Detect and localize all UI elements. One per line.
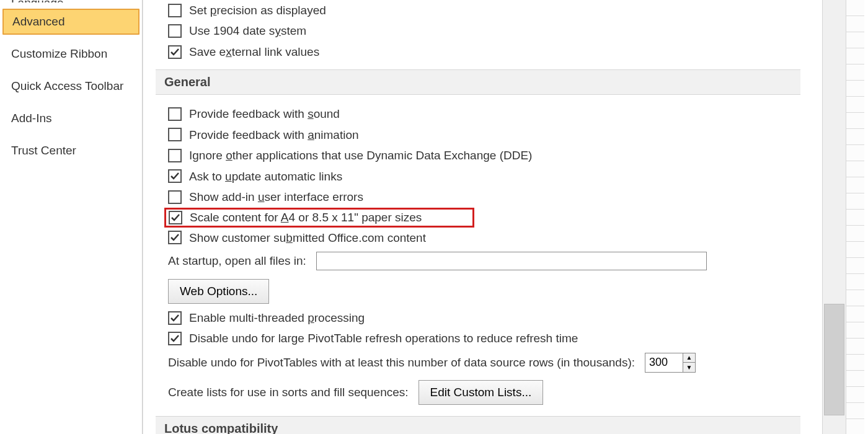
option-disable-undo-pivot[interactable]: Disable undo for large PivotTable refres…	[156, 328, 822, 348]
dialog-scrollbar[interactable]	[822, 0, 846, 434]
sidebar-item-quick-access-toolbar[interactable]: Quick Access Toolbar	[0, 73, 142, 99]
option-use-1904[interactable]: Use 1904 date system	[156, 20, 822, 41]
disable-undo-threshold-spinner[interactable]: ▲ ▼	[645, 353, 696, 373]
label-set-precision: Set precision as displayed	[189, 1, 326, 19]
option-feedback-sound[interactable]: Provide feedback with sound	[156, 104, 822, 124]
startup-files-label: At startup, open all files in:	[168, 254, 306, 268]
sidebar-item-trust-center[interactable]: Trust Center	[0, 138, 142, 164]
option-ignore-dde[interactable]: Ignore other applications that use Dynam…	[156, 145, 822, 166]
sidebar-item-add-ins[interactable]: Add-Ins	[0, 105, 142, 131]
checkbox-multithread[interactable]	[168, 311, 182, 325]
checkbox-scale-a4[interactable]	[169, 211, 182, 224]
checkbox-office-content[interactable]	[168, 231, 182, 244]
options-dialog-layout: Language Advanced Customize Ribbon Quick…	[0, 0, 868, 434]
checkbox-disable-undo-pivot[interactable]	[168, 332, 182, 345]
section-header-lotus: Lotus compatibility	[156, 416, 800, 434]
option-feedback-animation[interactable]: Provide feedback with animation	[156, 125, 822, 145]
option-save-external-links[interactable]: Save external link values	[156, 42, 822, 62]
section-header-general: General	[156, 69, 800, 95]
checkbox-use-1904[interactable]	[168, 24, 182, 38]
sidebar-item-language[interactable]: Language	[0, 0, 142, 2]
label-addin-errors: Show add-in user interface errors	[189, 188, 363, 206]
edit-custom-lists-button[interactable]: Edit Custom Lists...	[418, 380, 544, 405]
label-feedback-sound: Provide feedback with sound	[189, 105, 340, 123]
options-category-sidebar: Language Advanced Customize Ribbon Quick…	[0, 0, 143, 434]
checkbox-feedback-sound[interactable]	[168, 107, 182, 121]
disable-undo-threshold-row: Disable undo for PivotTables with at lea…	[156, 349, 822, 376]
checkbox-set-precision[interactable]	[168, 4, 182, 17]
label-ignore-dde: Ignore other applications that use Dynam…	[189, 146, 532, 164]
disable-undo-threshold-label: Disable undo for PivotTables with at lea…	[168, 356, 635, 370]
label-scale-a4: Scale content for A4 or 8.5 x 11" paper …	[190, 211, 422, 224]
label-feedback-animation: Provide feedback with animation	[189, 126, 359, 144]
option-addin-errors[interactable]: Show add-in user interface errors	[156, 187, 822, 207]
option-multithread[interactable]: Enable multi-threaded processing	[156, 308, 822, 328]
spinner-down-button[interactable]: ▼	[683, 363, 695, 372]
spinner-up-button[interactable]: ▲	[683, 353, 695, 363]
checkbox-save-external-links[interactable]	[168, 45, 182, 59]
label-save-external-links: Save external link values	[189, 43, 319, 61]
background-worksheet-sliver	[846, 0, 864, 434]
disable-undo-threshold-input[interactable]	[645, 353, 683, 372]
main-wrap: Set precision as displayed Use 1904 date…	[143, 0, 868, 434]
checkbox-ignore-dde[interactable]	[168, 149, 182, 162]
startup-files-row: At startup, open all files in:	[156, 248, 822, 274]
checkbox-addin-errors[interactable]	[168, 190, 182, 204]
label-use-1904: Use 1904 date system	[189, 22, 306, 40]
create-lists-label: Create lists for use in sorts and fill s…	[168, 386, 409, 399]
label-office-content: Show customer submitted Office.com conte…	[189, 229, 426, 247]
label-ask-update-links: Ask to update automatic links	[189, 167, 342, 185]
startup-files-input[interactable]	[316, 252, 707, 270]
highlighted-option-scale-a4: Scale content for A4 or 8.5 x 11" paper …	[164, 208, 474, 228]
label-disable-undo-pivot: Disable undo for large PivotTable refres…	[189, 329, 578, 347]
option-office-content[interactable]: Show customer submitted Office.com conte…	[156, 228, 822, 248]
create-lists-row: Create lists for use in sorts and fill s…	[156, 376, 822, 409]
option-set-precision[interactable]: Set precision as displayed	[156, 0, 822, 20]
scrollbar-thumb[interactable]	[824, 304, 844, 415]
options-main-panel: Set precision as displayed Use 1904 date…	[143, 0, 822, 434]
checkbox-feedback-animation[interactable]	[168, 128, 182, 141]
sidebar-item-customize-ribbon[interactable]: Customize Ribbon	[0, 41, 142, 67]
sidebar-item-advanced[interactable]: Advanced	[2, 9, 140, 35]
label-multithread: Enable multi-threaded processing	[189, 309, 365, 327]
web-options-button[interactable]: Web Options...	[168, 279, 269, 304]
option-ask-update-links[interactable]: Ask to update automatic links	[156, 166, 822, 187]
checkbox-ask-update-links[interactable]	[168, 169, 182, 183]
